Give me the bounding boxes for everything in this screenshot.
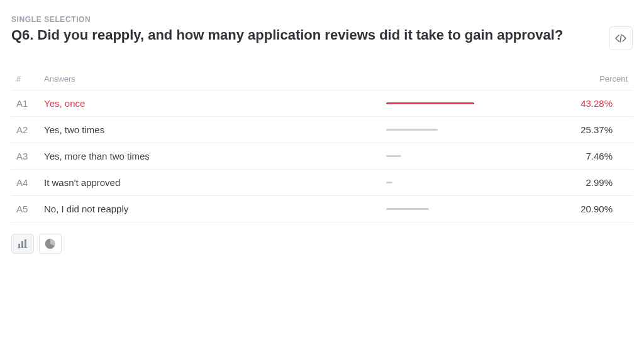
answer-index: A4 — [11, 170, 39, 196]
answer-index: A2 — [11, 117, 39, 143]
answer-text: No, I did not reapply — [39, 196, 381, 222]
svg-rect-3 — [25, 239, 26, 248]
bar-track — [386, 155, 512, 157]
bar-track — [386, 182, 512, 183]
bar-fill — [386, 208, 429, 210]
col-header-index: # — [11, 68, 39, 90]
svg-rect-4 — [18, 248, 28, 248]
answer-percent: 25.37% — [545, 117, 633, 143]
answer-bar-cell — [381, 117, 545, 143]
answer-text: Yes, more than two times — [39, 143, 381, 170]
answers-table: # Answers Percent A1Yes, once43.28%A2Yes… — [11, 68, 633, 222]
bar-track — [386, 129, 512, 131]
answer-row[interactable]: A5No, I did not reapply20.90% — [11, 196, 633, 222]
answer-percent: 20.90% — [545, 196, 633, 222]
answer-bar-cell — [381, 170, 545, 196]
answer-percent: 43.28% — [545, 90, 633, 117]
chart-type-toggles — [11, 234, 633, 254]
question-type-label: SINGLE SELECTION — [11, 15, 633, 24]
answer-text: It wasn't approved — [39, 170, 381, 196]
answer-bar-cell — [381, 196, 545, 222]
pie-chart-icon — [45, 239, 55, 249]
code-icon — [615, 34, 626, 43]
svg-rect-2 — [21, 241, 23, 248]
embed-button[interactable] — [609, 26, 633, 50]
answer-row[interactable]: A1Yes, once43.28% — [11, 90, 633, 117]
title-row: Q6. Did you reapply, and how many applic… — [11, 26, 633, 50]
answer-percent: 7.46% — [545, 143, 633, 170]
bar-chart-toggle[interactable] — [11, 234, 34, 254]
question-card: SINGLE SELECTION Q6. Did you reapply, an… — [0, 0, 644, 265]
bar-fill — [386, 102, 474, 104]
answer-row[interactable]: A4It wasn't approved2.99% — [11, 170, 633, 196]
answer-row[interactable]: A2Yes, two times25.37% — [11, 117, 633, 143]
answer-bar-cell — [381, 90, 545, 117]
bar-track — [386, 208, 512, 210]
bar-track — [386, 102, 512, 104]
answer-index: A1 — [11, 90, 39, 117]
table-header-row: # Answers Percent — [11, 68, 633, 90]
bar-fill — [386, 129, 438, 131]
bar-chart-icon — [18, 239, 28, 248]
answer-bar-cell — [381, 143, 545, 170]
answer-text: Yes, two times — [39, 117, 381, 143]
answer-text: Yes, once — [39, 90, 381, 117]
bar-fill — [386, 182, 392, 183]
bar-fill — [386, 155, 401, 157]
answer-row[interactable]: A3Yes, more than two times7.46% — [11, 143, 633, 170]
col-header-answers: Answers — [39, 68, 381, 90]
answer-index: A5 — [11, 196, 39, 222]
answer-index: A3 — [11, 143, 39, 170]
svg-rect-1 — [18, 244, 20, 248]
col-header-percent: Percent — [545, 68, 633, 90]
svg-line-0 — [620, 35, 621, 42]
question-title: Q6. Did you reapply, and how many applic… — [11, 26, 563, 45]
col-header-bar — [381, 68, 545, 90]
pie-chart-toggle[interactable] — [39, 234, 62, 254]
answer-percent: 2.99% — [545, 170, 633, 196]
